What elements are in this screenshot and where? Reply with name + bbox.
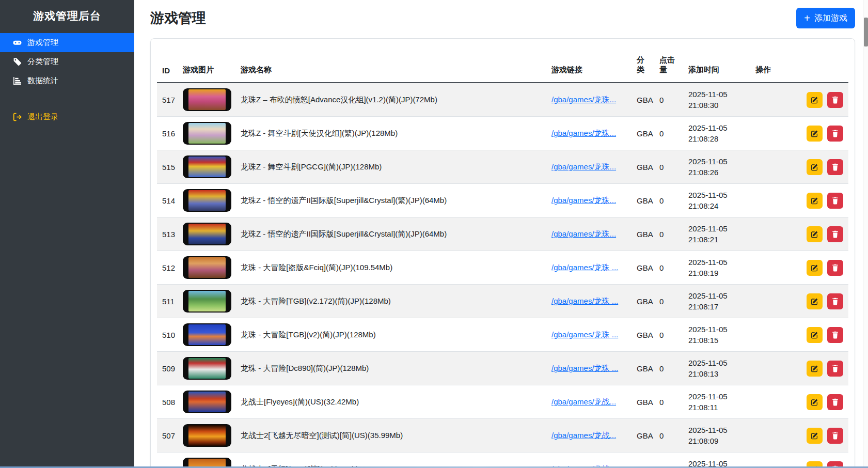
game-thumbnail — [183, 155, 231, 178]
game-link[interactable]: /gba/games/龙珠 ... — [551, 297, 618, 305]
delete-button[interactable] — [827, 260, 843, 276]
delete-button[interactable] — [827, 159, 843, 175]
game-category: GBA — [632, 419, 654, 453]
tag-icon — [12, 57, 22, 67]
game-clicks: 0 — [654, 352, 683, 385]
edit-pencil-icon — [811, 130, 818, 137]
game-link-cell: /gba/games/龙珠... — [546, 150, 632, 184]
game-added-time: 2025-11-05 21:08:11 — [683, 385, 750, 419]
game-link-cell: /gba/games/龙珠... — [546, 217, 632, 251]
game-actions — [750, 352, 848, 385]
sidebar-nav: 游戏管理 分类管理 数据统计 退出登录 — [0, 33, 134, 127]
delete-button[interactable] — [827, 327, 843, 343]
sidebar-item-label: 退出登录 — [27, 112, 58, 122]
game-link[interactable]: /gba/games/龙珠... — [551, 95, 616, 104]
game-link[interactable]: /gba/games/龙珠... — [551, 229, 616, 238]
game-image-cell — [178, 150, 235, 184]
game-image-cell — [178, 117, 235, 150]
app-window: 游戏管理后台 游戏管理 分类管理 数据统计 — [0, 0, 868, 468]
delete-button[interactable] — [827, 226, 843, 242]
game-link[interactable]: /gba/games/龙珠 ... — [551, 263, 618, 272]
game-name: 龙珠 - 大冒险[盗版&Fciq](简)(JP)(109.54Mb) — [235, 251, 546, 285]
game-name: 龙珠Z - 舞空斗剧[PGCG](简)(JP)(128Mb) — [235, 150, 546, 184]
edit-pencil-icon — [811, 298, 818, 305]
sidebar-item-label: 分类管理 — [27, 57, 58, 67]
edit-pencil-icon — [811, 331, 818, 339]
table-row: 510 龙珠 - 大冒险[TGB](v2)(简)(JP)(128Mb) /gba… — [157, 318, 848, 352]
edit-button[interactable] — [807, 193, 823, 209]
delete-button[interactable] — [827, 126, 843, 142]
game-link[interactable]: /gba/games/龙珠... — [551, 196, 616, 205]
table-row: 512 龙珠 - 大冒险[盗版&Fciq](简)(JP)(109.54Mb) /… — [157, 251, 848, 285]
edit-button[interactable] — [807, 293, 823, 309]
game-actions — [750, 83, 848, 117]
game-image-cell — [178, 385, 235, 419]
edit-button[interactable] — [807, 361, 823, 377]
delete-button[interactable] — [827, 92, 843, 108]
edit-button[interactable] — [807, 92, 823, 108]
game-actions — [750, 251, 848, 285]
sidebar-item-logout[interactable]: 退出登录 — [0, 107, 134, 127]
game-image-cell — [178, 184, 235, 217]
game-added-time: 2025-11-05 21:08:19 — [683, 251, 750, 285]
trash-icon — [831, 264, 839, 272]
edit-pencil-icon — [811, 230, 818, 238]
game-clicks: 0 — [654, 285, 683, 318]
game-added-time: 2025-11-05 21:08:17 — [683, 285, 750, 318]
game-link[interactable]: /gba/games/龙珠... — [551, 129, 616, 137]
delete-button[interactable] — [827, 193, 843, 209]
add-game-button[interactable]: + 添加游戏 — [796, 8, 855, 28]
game-thumbnail — [183, 290, 231, 313]
edit-button[interactable] — [807, 260, 823, 276]
game-clicks: 0 — [654, 453, 683, 468]
game-link-cell: /gba/games/龙珠 ... — [546, 285, 632, 318]
delete-button[interactable] — [827, 428, 843, 444]
game-image-cell — [178, 453, 235, 468]
sidebar-item-categories[interactable]: 分类管理 — [0, 52, 134, 71]
edit-button[interactable] — [807, 327, 823, 343]
game-clicks: 0 — [654, 150, 683, 184]
game-link[interactable]: /gba/games/龙战... — [551, 431, 616, 440]
game-category: GBA — [632, 150, 654, 184]
game-added-time: 2025-11-05 21:08:15 — [683, 318, 750, 352]
edit-button[interactable] — [807, 126, 823, 142]
game-link[interactable]: /gba/games/龙战... — [551, 397, 616, 406]
edit-pencil-icon — [811, 96, 818, 104]
edit-button[interactable] — [807, 394, 823, 410]
delete-button[interactable] — [827, 394, 843, 410]
game-actions — [750, 217, 848, 251]
edit-pencil-icon — [811, 163, 818, 171]
delete-button[interactable] — [827, 361, 843, 377]
game-category: GBA — [632, 285, 654, 318]
game-thumbnail — [183, 189, 231, 212]
game-thumbnail — [183, 88, 231, 111]
column-header-actions: 操作 — [750, 45, 848, 83]
games-table-header: ID 游戏图片 游戏名称 游戏链接 分类 点击量 添加时间 操作 — [157, 45, 848, 83]
delete-button[interactable] — [827, 293, 843, 309]
game-id: 516 — [157, 117, 178, 150]
game-id: 515 — [157, 150, 178, 184]
edit-pencil-icon — [811, 197, 818, 205]
sidebar-item-games[interactable]: 游戏管理 — [0, 33, 134, 52]
game-id: 508 — [157, 385, 178, 419]
game-added-time: 2025-11-05 21:08:21 — [683, 217, 750, 251]
game-clicks: 0 — [654, 184, 683, 217]
game-category: GBA — [632, 385, 654, 419]
column-header-added-time: 添加时间 — [683, 45, 750, 83]
game-link[interactable]: /gba/games/龙珠 ... — [551, 364, 618, 372]
games-table-card: ID 游戏图片 游戏名称 游戏链接 分类 点击量 添加时间 操作 517 龙珠Z… — [150, 38, 855, 468]
game-id: 513 — [157, 217, 178, 251]
edit-button[interactable] — [807, 428, 823, 444]
edit-button[interactable] — [807, 226, 823, 242]
edit-button[interactable] — [807, 159, 823, 175]
vertical-scrollbar[interactable] — [863, 0, 868, 468]
game-id: 506 — [157, 453, 178, 468]
scrollbar-thumb[interactable] — [864, 18, 868, 46]
trash-icon — [831, 331, 839, 339]
game-image-cell — [178, 217, 235, 251]
game-actions — [750, 453, 848, 468]
game-link[interactable]: /gba/games/龙珠 ... — [551, 330, 618, 339]
sidebar-item-statistics[interactable]: 数据统计 — [0, 71, 134, 90]
game-link[interactable]: /gba/games/龙珠... — [551, 162, 616, 171]
edit-pencil-icon — [811, 432, 818, 440]
